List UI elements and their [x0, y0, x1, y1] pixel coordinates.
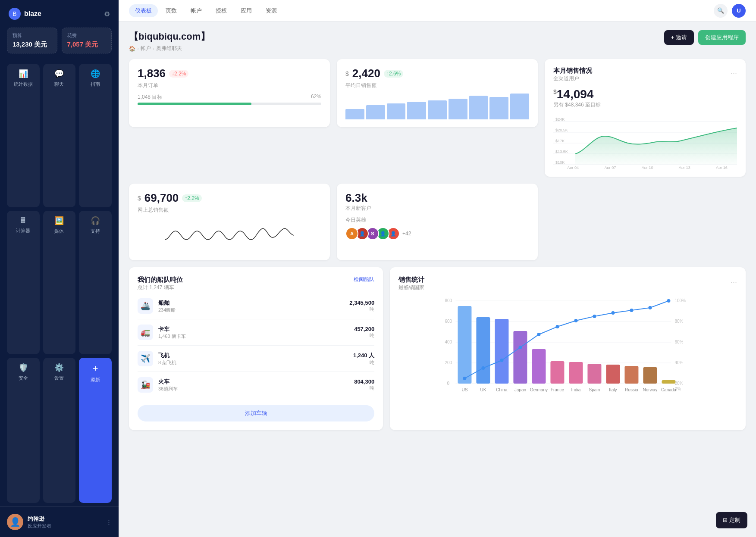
fleet-item-plane: ✈️ 飞机 8 架飞机 1,240 人 吨: [138, 346, 374, 372]
sales-chart-svg: 800 600 400 200 0: [398, 296, 737, 399]
progress-target: 1,048 目标: [138, 94, 162, 101]
svg-rect-30: [551, 361, 565, 384]
bar-4: [407, 102, 426, 119]
svg-text:$20.5K: $20.5K: [555, 128, 568, 132]
support-label: 支持: [91, 228, 100, 234]
breadcrumb: 🏠 › 帐户 › 奥弗维耶夫: [129, 45, 210, 52]
bar-1: [345, 109, 364, 119]
fleet-link[interactable]: 检阅船队: [354, 276, 374, 283]
svg-point-41: [537, 333, 541, 336]
wave-svg: [138, 218, 321, 253]
create-app-button[interactable]: 创建应用程序: [698, 30, 746, 45]
bar-5: [428, 100, 447, 119]
sidebar-header: B blaze ⚙: [0, 0, 119, 28]
new-customers-value: 6.3k: [345, 191, 529, 205]
sales-more[interactable]: ...: [731, 276, 737, 285]
top-nav-actions: 🔍 U: [714, 4, 746, 18]
svg-text:100%: 100%: [675, 298, 686, 303]
bar-2: [366, 105, 385, 119]
plane-amount: 1,240 人: [353, 352, 374, 359]
svg-text:UK: UK: [480, 387, 486, 392]
sidebar-item-add[interactable]: + 添新: [79, 358, 112, 503]
sales-chart-container: 800 600 400 200 0: [398, 296, 737, 400]
heroes-section: 今日英雄 A 👤 S 👤 👤 +42: [345, 216, 529, 240]
security-icon: 🛡️: [19, 363, 28, 372]
train-unit: 吨: [354, 385, 374, 391]
svg-text:India: India: [571, 387, 581, 392]
progress-bar: [138, 103, 321, 105]
hero-count: +42: [402, 231, 411, 237]
svg-text:Russia: Russia: [625, 387, 638, 392]
page-title: 【biqubiqu.com】: [129, 30, 210, 43]
user-avatar-top[interactable]: U: [732, 4, 746, 18]
svg-text:Norway: Norway: [643, 387, 658, 392]
svg-rect-32: [588, 364, 602, 384]
invite-button[interactable]: + 邀请: [664, 30, 694, 45]
logo-text: blaze: [24, 10, 41, 18]
svg-text:80%: 80%: [675, 319, 684, 324]
add-vehicle-button[interactable]: 添加车辆: [138, 405, 374, 421]
svg-point-46: [630, 309, 634, 312]
svg-text:US: US: [462, 387, 468, 392]
sidebar-item-chat[interactable]: 💬 聊天: [43, 64, 76, 207]
ship-amount: 2,345,500: [349, 300, 374, 306]
plane-icon: ✈️: [138, 351, 153, 366]
sidebar-item-guide[interactable]: 🌐 指南: [79, 64, 112, 207]
svg-text:$13.5K: $13.5K: [555, 150, 568, 154]
sidebar-item-media[interactable]: 🖼️ 媒体: [43, 211, 76, 354]
svg-text:20%: 20%: [675, 381, 684, 386]
tab-resources[interactable]: 资源: [260, 4, 283, 17]
sidebar-gear-icon[interactable]: ⚙: [104, 10, 110, 18]
logo: B blaze: [9, 8, 41, 20]
security-label: 安全: [19, 375, 28, 381]
svg-point-38: [482, 366, 485, 370]
svg-text:400: 400: [445, 340, 452, 344]
monthly-more[interactable]: ...: [731, 67, 737, 76]
hero-avatar-1: A: [345, 227, 358, 240]
search-button[interactable]: 🔍: [714, 4, 728, 18]
sidebar-item-stats[interactable]: 📊 统计数据: [7, 64, 40, 207]
daily-sales-card: $ 2,420 ↑2.6% 平均日销售额: [337, 59, 538, 127]
train-sub: 36趟列车: [158, 386, 349, 392]
svg-rect-36: [662, 380, 676, 384]
svg-point-45: [612, 311, 615, 315]
tab-accounts[interactable]: 帐户: [185, 4, 208, 17]
svg-rect-35: [643, 367, 657, 384]
monthly-sales-card: 本月销售情况 全渠道用户 ... $14,094 另有 $48,346 至目标: [545, 59, 746, 177]
progress-pct: 62%: [311, 94, 321, 101]
progress-fill: [138, 103, 251, 105]
daily-sales-value: 2,420: [352, 67, 380, 80]
guide-icon: 🌐: [91, 69, 100, 78]
tab-pages[interactable]: 页数: [160, 4, 183, 17]
bar-7: [469, 96, 488, 119]
bar-3: [387, 103, 406, 119]
svg-text:40%: 40%: [675, 360, 684, 365]
user-menu-icon[interactable]: ⋮: [106, 519, 112, 525]
budget-card: 预算 13,230 美元: [7, 28, 57, 53]
svg-text:Germany: Germany: [530, 387, 548, 392]
sidebar-item-support[interactable]: 🎧 支持: [79, 211, 112, 354]
svg-point-47: [649, 306, 652, 309]
sidebar-item-security[interactable]: 🛡️ 安全: [7, 358, 40, 503]
svg-text:Apr 13: Apr 13: [679, 165, 690, 169]
budget-section: 预算 13,230 美元 花费 7,057 美元: [0, 28, 119, 60]
tab-apps[interactable]: 应用: [235, 4, 258, 17]
train-name: 火车: [158, 378, 349, 386]
page-header: 【biqubiqu.com】 🏠 › 帐户 › 奥弗维耶夫 + 邀请 创建应用程…: [129, 30, 746, 52]
progress-section: 1,048 目标 62%: [138, 94, 321, 105]
fleet-card: 我们的船队吨位 总计 1,247 辆车 检阅船队 🚢 船舶 234艘船 2,34…: [129, 267, 383, 430]
svg-rect-26: [477, 317, 490, 384]
tab-dashboard[interactable]: 仪表板: [129, 4, 158, 17]
breadcrumb-accounts[interactable]: 帐户: [141, 45, 151, 52]
tab-auth[interactable]: 授权: [210, 4, 233, 17]
bar-9: [510, 94, 529, 119]
svg-text:800: 800: [445, 298, 452, 303]
support-icon: 🎧: [91, 216, 100, 225]
new-customers-card: 6.3k 本月新客户 今日英雄 A 👤 S 👤 👤 +42: [337, 184, 538, 260]
svg-text:Spain: Spain: [589, 387, 600, 392]
sidebar-item-calculator[interactable]: 🖩 计算器: [7, 211, 40, 354]
svg-text:Apr 10: Apr 10: [642, 165, 653, 169]
sidebar-item-settings[interactable]: ⚙️ 设置: [43, 358, 76, 503]
customize-button[interactable]: ⊞ 定制: [716, 512, 747, 528]
svg-point-44: [593, 315, 596, 318]
